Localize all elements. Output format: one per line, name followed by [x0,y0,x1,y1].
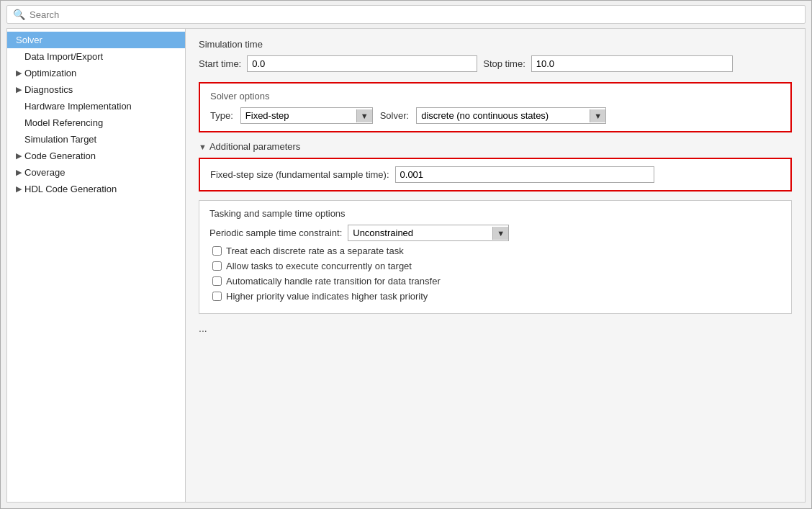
checkbox-label-cb3: Automatically handle rate transition for… [226,276,441,287]
checkbox-cb1[interactable] [212,246,222,256]
sidebar-item-model-referencing[interactable]: Model Referencing [7,114,185,131]
checkbox-label-cb2: Allow tasks to execute concurrently on t… [226,261,412,271]
sidebar-item-solver[interactable]: Solver [7,32,185,48]
sim-time-title: Simulation time [199,39,792,50]
periodic-select-wrap: UnconstrainedConstrained ▼ [348,225,509,241]
arrow-icon-diagnostics: ▶ [16,85,22,94]
arrow-icon-code-generation: ▶ [16,151,22,161]
solver-select[interactable]: discrete (no continuous states)ode45ode2… [417,108,590,123]
checkbox-row-cb4: Higher priority value indicates higher t… [209,291,781,302]
checkbox-row-cb3: Automatically handle rate transition for… [209,276,781,287]
type-select[interactable]: Fixed-stepVariable-step [241,108,356,123]
start-time-input[interactable] [247,55,477,72]
periodic-select[interactable]: UnconstrainedConstrained [348,225,492,240]
sidebar-item-label-coverage: Coverage [24,167,65,178]
type-dropdown-arrow[interactable]: ▼ [356,109,372,122]
search-icon: 🔍 [13,9,25,20]
solver-dropdown-arrow[interactable]: ▼ [590,109,605,122]
sim-time-row: Start time: Stop time: [199,55,792,72]
main-layout: SolverData Import/Export▶Optimization▶Di… [6,28,806,503]
periodic-row: Periodic sample time constraint: Unconst… [209,225,781,241]
tasking-section: Tasking and sample time options Periodic… [199,200,792,314]
checkboxes-container: Treat each discrete rate as a separate t… [209,246,781,302]
type-select-wrap: Fixed-stepVariable-step ▼ [240,107,373,124]
periodic-label: Periodic sample time constraint: [209,228,342,238]
sidebar-item-diagnostics[interactable]: ▶Diagnostics [7,81,185,98]
sidebar: SolverData Import/Export▶Optimization▶Di… [7,29,186,502]
sidebar-item-label-simulation-target: Simulation Target [24,134,96,145]
sidebar-item-coverage[interactable]: ▶Coverage [7,164,185,181]
sidebar-item-label-data-import-export: Data Import/Export [24,51,103,62]
solver-options-title: Solver options [210,91,780,102]
sidebar-item-hdl-code-generation[interactable]: ▶HDL Code Generation [7,181,185,197]
fixed-step-box: Fixed-step size (fundamental sample time… [199,158,792,192]
stop-time-input[interactable] [531,55,733,72]
search-bar: 🔍 [6,5,806,24]
fixed-step-input[interactable] [395,166,654,183]
sidebar-item-label-optimization: Optimization [24,68,76,78]
sidebar-item-label-hdl-code-generation: HDL Code Generation [24,184,117,194]
start-time-label: Start time: [199,58,241,69]
sidebar-item-label-hardware-implementation: Hardware Implementation [24,101,132,112]
solver-options-box: Solver options Type: Fixed-stepVariable-… [199,82,792,132]
stop-time-label: Stop time: [483,58,525,69]
tasking-title: Tasking and sample time options [209,208,781,219]
additional-params-header: ▼ Additional parameters [199,141,792,152]
checkbox-cb4[interactable] [212,292,222,301]
ellipsis: ... [199,323,792,334]
solver-label: Solver: [380,110,409,121]
type-label: Type: [210,110,233,121]
solver-options-row: Type: Fixed-stepVariable-step ▼ Solver: … [210,107,780,124]
checkbox-cb2[interactable] [212,261,222,271]
sidebar-item-hardware-implementation[interactable]: Hardware Implementation [7,98,185,114]
sidebar-item-optimization[interactable]: ▶Optimization [7,65,185,81]
arrow-icon-hdl-code-generation: ▶ [16,184,22,194]
collapse-arrow-icon[interactable]: ▼ [199,143,207,151]
additional-params-title: Additional parameters [209,141,300,152]
checkbox-cb3[interactable] [212,276,222,286]
sidebar-item-label-diagnostics: Diagnostics [24,84,73,95]
checkbox-row-cb1: Treat each discrete rate as a separate t… [209,246,781,256]
arrow-icon-optimization: ▶ [16,68,22,78]
arrow-icon-coverage: ▶ [16,168,22,177]
fixed-step-label: Fixed-step size (fundamental sample time… [210,169,389,180]
sidebar-item-code-generation[interactable]: ▶Code Generation [7,148,185,164]
sidebar-item-data-import-export[interactable]: Data Import/Export [7,48,185,65]
content-area: Simulation time Start time: Stop time: S… [186,29,805,502]
sidebar-item-label-model-referencing: Model Referencing [24,117,103,128]
solver-select-wrap: discrete (no continuous states)ode45ode2… [416,107,606,124]
search-input[interactable] [30,9,799,20]
sidebar-item-label-code-generation: Code Generation [24,150,96,161]
checkbox-label-cb4: Higher priority value indicates higher t… [226,291,428,302]
sidebar-item-simulation-target[interactable]: Simulation Target [7,131,185,148]
checkbox-label-cb1: Treat each discrete rate as a separate t… [226,246,404,256]
checkbox-row-cb2: Allow tasks to execute concurrently on t… [209,261,781,271]
sidebar-item-label-solver: Solver [16,35,42,45]
periodic-dropdown-arrow[interactable]: ▼ [492,227,508,240]
